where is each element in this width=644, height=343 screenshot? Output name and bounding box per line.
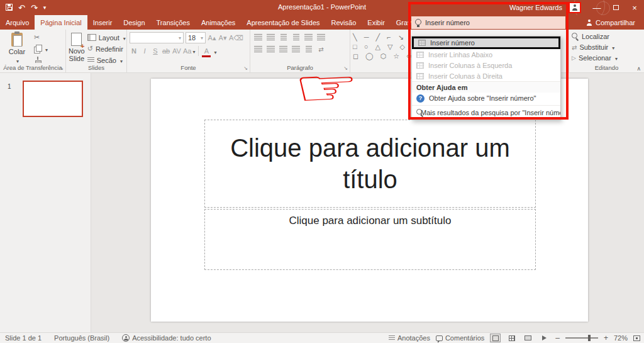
layout-icon: [87, 34, 96, 41]
search-input[interactable]: Inserir número: [411, 16, 565, 29]
zoom-slider[interactable]: [565, 337, 598, 339]
copy-button[interactable]: [34, 44, 48, 53]
shapes-gallery[interactable]: ╲ ─ ╱ ⌐ ↘ □ ○ △ ▽ ◇ ◻ ◯ ⬡ ☆ ⇦: [353, 31, 414, 60]
zoom-out-button[interactable]: –: [555, 334, 560, 342]
font-dialog-launcher-icon[interactable]: ↘: [243, 66, 248, 71]
section-button[interactable]: Seção: [87, 55, 126, 63]
font-color-dropdown-arrow-icon[interactable]: [213, 45, 216, 57]
undo-button[interactable]: ↶: [18, 4, 25, 12]
font-color-button[interactable]: A: [202, 46, 211, 56]
format-painter-icon: [34, 57, 42, 64]
clear-format-button[interactable]: A⌫: [229, 33, 243, 43]
select-button[interactable]: ▷Selecionar: [572, 53, 618, 63]
change-case-button[interactable]: Aa: [183, 46, 195, 56]
bullets-button[interactable]: [253, 32, 264, 42]
tab-inserir[interactable]: Inserir: [87, 15, 118, 30]
columns-button[interactable]: [303, 44, 314, 54]
font-size-combo[interactable]: 18▾: [186, 32, 206, 43]
reset-button[interactable]: ↺Redefinir: [87, 44, 126, 53]
increase-font-button[interactable]: A▴: [208, 33, 216, 43]
close-button[interactable]: ×: [625, 0, 644, 15]
increase-indent-button[interactable]: [291, 32, 301, 42]
share-button[interactable]: Compartilhar: [577, 15, 644, 30]
slide-sorter-view-button[interactable]: [506, 334, 517, 342]
avatar[interactable]: [569, 2, 581, 13]
new-slide-button[interactable]: Novo Slide: [69, 31, 85, 63]
slide-thumbnail[interactable]: [23, 81, 83, 117]
clipboard-dialog-launcher-icon[interactable]: ↘: [59, 66, 64, 71]
search-result-item[interactable]: Inserir Linhas Abaixo: [412, 49, 560, 60]
line-spacing-button[interactable]: [303, 32, 314, 42]
cut-button[interactable]: ✂: [34, 33, 48, 42]
tab-animacoes[interactable]: Animações: [196, 15, 241, 30]
paste-button[interactable]: Colar: [3, 31, 31, 63]
smartart-button[interactable]: ⇄: [316, 44, 326, 54]
comments-button[interactable]: Comentários: [436, 334, 484, 342]
powerpoint-window: ↶ ↷ ▾ Apresentação1 - PowerPoint Wagner …: [0, 0, 644, 343]
minimize-button[interactable]: —: [587, 0, 606, 15]
notes-button[interactable]: Anotações: [389, 334, 430, 342]
increase-indent-icon: [293, 34, 299, 40]
underline-button[interactable]: S: [151, 46, 160, 56]
search-result-selected[interactable]: Inserir número: [412, 37, 560, 49]
titlebar-right: Wagner Edwards — ×: [509, 0, 644, 15]
align-left-button[interactable]: [253, 44, 264, 54]
tab-transicoes[interactable]: Transições: [151, 15, 196, 30]
reading-view-button[interactable]: [523, 334, 533, 342]
paste-label: Colar: [9, 48, 25, 55]
decrease-font-button[interactable]: A▾: [218, 33, 227, 43]
bold-button[interactable]: N: [130, 46, 138, 56]
find-button[interactable]: Localizar: [572, 31, 609, 42]
more-results-item[interactable]: Mais resultados da pesquisa por "Inserir…: [412, 107, 560, 118]
decrease-indent-button[interactable]: [278, 32, 289, 42]
select-dropdown-arrow-icon: [614, 54, 618, 62]
justify-button[interactable]: [291, 44, 301, 54]
zoom-level[interactable]: 72%: [614, 334, 628, 342]
justify-icon: [292, 46, 300, 52]
tab-revisao[interactable]: Revisão: [326, 15, 362, 30]
get-help-item[interactable]: ? Obter Ajuda sobre "Inserir número": [412, 93, 560, 104]
slideshow-icon: [542, 335, 547, 340]
replace-button[interactable]: ⇄Substituir: [572, 42, 614, 52]
subtitle-placeholder[interactable]: Clique para adicionar um subtítulo: [204, 209, 536, 270]
character-spacing-button[interactable]: AV: [172, 46, 181, 56]
tab-pagina-inicial[interactable]: Página Inicial: [35, 15, 87, 30]
redo-button[interactable]: ↷: [31, 4, 38, 12]
align-center-button[interactable]: [265, 44, 276, 54]
paragraph-dialog-launcher-icon[interactable]: ↘: [343, 66, 348, 71]
user-icon: [572, 4, 578, 11]
tab-design[interactable]: Design: [118, 15, 150, 30]
italic-button[interactable]: I: [140, 46, 149, 56]
zoom-slider-thumb[interactable]: [588, 335, 591, 341]
slide-counter[interactable]: Slide 1 de 1: [5, 334, 42, 342]
select-icon: ▷: [572, 55, 576, 61]
tab-exibir[interactable]: Exibir: [362, 15, 391, 30]
text-direction-button[interactable]: [316, 32, 326, 42]
font-name-combo[interactable]: ▾: [130, 32, 184, 43]
customize-qat-button[interactable]: ▾: [43, 5, 47, 11]
new-slide-icon: [71, 33, 82, 46]
strikethrough-button[interactable]: ab: [162, 46, 170, 56]
search-result-item[interactable]: Inserir Colunas à Direita: [412, 70, 560, 81]
collapse-ribbon-button[interactable]: ∧: [636, 65, 641, 72]
normal-view-button[interactable]: [490, 334, 501, 342]
tab-apresentacao-de-slides[interactable]: Apresentação de Slides: [241, 15, 325, 30]
zoom-in-button[interactable]: +: [604, 334, 608, 342]
numbering-button[interactable]: [265, 32, 276, 42]
paste-dropdown-arrow-icon[interactable]: [15, 57, 19, 63]
tab-arquivo[interactable]: Arquivo: [0, 15, 35, 30]
accessibility-status[interactable]: Acessibilidade: tudo certo: [122, 334, 211, 342]
language-indicator[interactable]: Português (Brasil): [54, 334, 109, 342]
search-result-item[interactable]: Inserir Colunas à Esquerda: [412, 60, 560, 70]
save-button[interactable]: [6, 4, 13, 12]
reading-view-icon: [525, 335, 531, 340]
format-painter-button[interactable]: [34, 55, 48, 63]
account-name[interactable]: Wagner Edwards: [509, 4, 562, 11]
fit-to-window-icon[interactable]: [633, 335, 640, 341]
align-right-button[interactable]: [278, 44, 289, 54]
title-placeholder[interactable]: Clique para adicionar um título: [204, 120, 536, 208]
maximize-button[interactable]: [606, 0, 625, 15]
quick-access-toolbar: ↶ ↷ ▾: [0, 4, 46, 12]
slideshow-button[interactable]: [539, 334, 550, 342]
layout-button[interactable]: Layout: [87, 33, 126, 42]
